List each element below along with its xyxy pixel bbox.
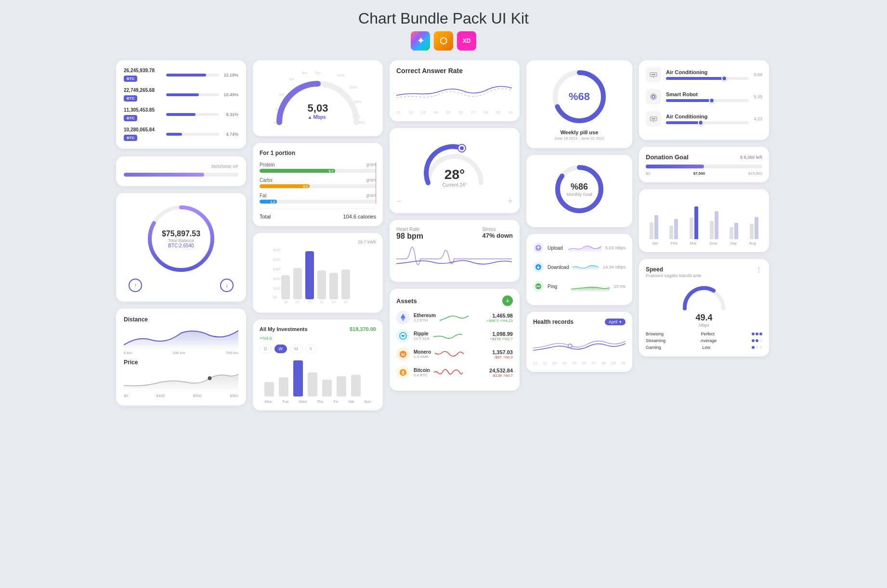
balance-down-button[interactable]: ↓ <box>220 279 234 292</box>
donation-bar <box>646 165 762 168</box>
bitcoin-price: 24,532.84 -$138 -%0.7 <box>489 368 513 378</box>
health-labels: 01020304050607080910 <box>533 361 626 365</box>
svg-point-59 <box>651 94 656 100</box>
bar-group-mar <box>690 206 698 239</box>
dot-3 <box>759 346 762 349</box>
hr-header: Heart Rate 98 bpm Stress 47% down <box>396 227 513 241</box>
xp-card: 3500/5000 XP <box>116 156 246 186</box>
invest-projection: +%4.6 <box>260 336 376 341</box>
crypto-badge: BTC <box>124 115 137 121</box>
invest-tab-d[interactable]: D <box>260 345 272 353</box>
dot-1 <box>752 332 755 335</box>
svg-text:24: 24 <box>344 300 348 304</box>
temp-label: Current 24° <box>442 182 467 188</box>
dot-3 <box>759 332 762 335</box>
gauge-value: 5,03 <box>308 102 328 115</box>
ac-name-2: Smart Robot <box>666 91 749 97</box>
nutrition-protein-bar: 9.7 <box>260 169 376 173</box>
invest-tab-m[interactable]: M <box>290 345 302 353</box>
ac-icon-3 <box>646 111 661 127</box>
svg-rect-33 <box>279 377 288 396</box>
crypto-amount: 11,305,453.85 <box>124 107 162 113</box>
balance-up-button[interactable]: ↑ <box>129 279 142 292</box>
speed-gauge-wrap <box>680 282 728 311</box>
ethereum-icon <box>396 311 410 324</box>
ac-slider-1[interactable] <box>666 77 749 80</box>
speed-unit: Mbps <box>646 323 762 328</box>
donation-title: Donation Goal $ 9,350 left <box>646 153 762 161</box>
temp-controls: − + <box>396 196 513 206</box>
progress-label: 12.19% <box>223 73 238 77</box>
nutrition-carbs-row: Carbsgram 4.3 <box>260 178 376 188</box>
svg-rect-36 <box>322 380 332 396</box>
nutrition-card: For 1 portion Proteingram 9.7 Carbsgram <box>253 143 383 226</box>
nutrition-fat-label: Fatgram <box>260 193 376 198</box>
svg-rect-38 <box>351 375 361 396</box>
donation-value: $ 9,350 left <box>740 155 762 160</box>
main-grid: 26,245,939.78 BTC 12.19% 22,749,265.68 B… <box>116 60 771 410</box>
svg-point-61 <box>652 95 653 96</box>
temp-minus-button[interactable]: − <box>396 196 402 206</box>
invest-amount: $18,370.00 <box>350 326 376 332</box>
monero-price: 1,357.03 -$87 -%0.3 <box>492 349 513 359</box>
svg-text:$300: $300 <box>273 268 281 271</box>
balance-btc: BTC:2.6540 <box>162 243 200 248</box>
weekly-dates: June 16 2021 - June 22 2021 <box>534 136 625 141</box>
speed-card: Speed ⋮ Praesent sagittis blandit ante 4… <box>639 259 769 357</box>
download-chart <box>573 260 599 274</box>
ethereum-change: +$98.5 +%4.23 <box>487 319 513 323</box>
temp-plus-button[interactable]: + <box>508 196 513 206</box>
crypto-badge: BTC <box>124 135 137 141</box>
dot-1 <box>752 339 755 342</box>
asset-ripple: Ripple 12.5 XLA 1,098.99 +$478 +%2.7 <box>396 329 513 343</box>
streaming-rating: Average <box>701 338 717 343</box>
speed-title: Speed <box>646 266 663 273</box>
upload-icon <box>533 243 544 253</box>
ping-row: Ping 10 ms <box>533 279 626 294</box>
hr-chart-svg <box>396 244 512 273</box>
crypto-amount: 10,280,065.84 <box>124 127 162 132</box>
speed-subtitle: Praesent sagittis blandit ante <box>646 273 762 278</box>
balance-center: $75,897.53 Total Balance BTC:2.6540 <box>162 230 200 248</box>
speed-metric-gaming: Gaming Low <box>646 345 762 350</box>
ac-slider-3[interactable] <box>666 121 749 124</box>
ripple-info: Ripple 12.5 XLA <box>414 331 430 341</box>
protein-fill: 9.7 <box>260 169 335 173</box>
tool-icons: ✦ ⬡ XD <box>10 31 877 51</box>
ac-row-3: Air Conditioning 4.23 <box>646 111 762 127</box>
health-month-selector[interactable]: April ▾ <box>605 319 626 325</box>
ripple-price: 1,098.99 +$478 +%2.7 <box>490 331 513 341</box>
assets-add-button[interactable]: + <box>502 295 513 306</box>
ping-speed: 10 ms <box>613 284 626 289</box>
speed-gauge-svg <box>680 282 728 311</box>
progress-bar-wrap <box>166 93 219 96</box>
health-header: Health records April ▾ <box>533 319 626 325</box>
assets-card: Assets + Ethereum 1.2 ETH 1,465. <box>390 289 520 391</box>
monero-name: Monero <box>414 349 431 355</box>
svg-text:21: 21 <box>308 300 312 304</box>
stress-metric: Stress 47% down <box>482 227 513 241</box>
progress-label: 10.49% <box>223 92 238 97</box>
svg-text:5m: 5m <box>315 71 320 75</box>
invest-tab-w[interactable]: W <box>274 345 287 353</box>
invest-tab-y[interactable]: Y <box>305 345 317 353</box>
crypto-item: 11,305,453.85 BTC 9.31% <box>124 107 238 121</box>
ac-slider-2[interactable] <box>666 99 749 102</box>
progress-bar-wrap <box>166 113 219 116</box>
speed-menu-button[interactable]: ⋮ <box>756 266 762 273</box>
bitcoin-chart <box>434 367 463 378</box>
dot-2 <box>756 346 758 349</box>
svg-text:30m: 30m <box>354 100 362 104</box>
monthly-center: %86 Monthly Goal <box>566 182 592 197</box>
energy-peak-label: 28.7 kWh <box>260 240 376 244</box>
answer-rate-title: Correct Answer Rate <box>396 67 513 75</box>
progress-bar-fill <box>166 133 182 136</box>
dot-1 <box>752 346 755 349</box>
crypto-item: 26,245,939.78 BTC 12.19% <box>124 68 238 82</box>
speed-metric-streaming: Streaming Average <box>646 338 762 343</box>
bar-group-june <box>710 211 718 239</box>
browsing-label: Browsing <box>646 332 664 336</box>
svg-text:$200: $200 <box>273 277 281 281</box>
stress-value: 47% down <box>482 232 513 239</box>
svg-rect-22 <box>305 251 314 299</box>
